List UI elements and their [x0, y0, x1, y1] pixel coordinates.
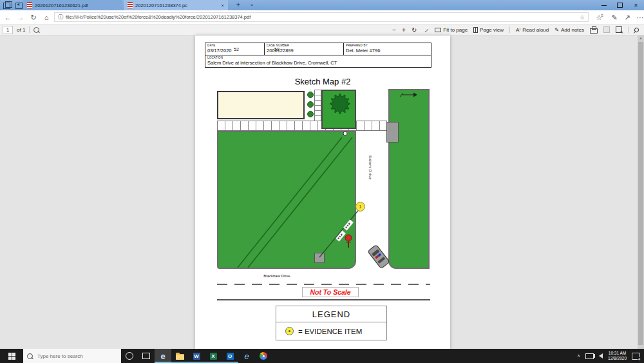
- cortana-button[interactable]: [121, 349, 138, 363]
- building-number-52: 52: [234, 47, 239, 52]
- evidence-item-icon: [285, 327, 294, 335]
- blackhaw-drive-label: Blackhaw Drive: [251, 274, 303, 278]
- bush-icon: [308, 92, 314, 98]
- taskbar-app-file-explorer[interactable]: [171, 349, 188, 363]
- taskbar-app-ie[interactable]: e: [238, 349, 255, 363]
- address-bar-row: ← → ↻ ⌂ ⓘ file:///H:/Police%20use%20of%2…: [0, 10, 644, 25]
- minimize-button[interactable]: [596, 0, 612, 10]
- page-view-icon: [473, 27, 478, 33]
- word-icon: W: [193, 353, 200, 360]
- taskbar-app-word[interactable]: W: [188, 349, 205, 363]
- taskbar-app-excel[interactable]: X: [205, 349, 222, 363]
- more-menu-icon[interactable]: ⋯: [634, 10, 644, 25]
- read-aloud-button[interactable]: A⁾ Read aloud: [516, 27, 549, 33]
- page-number-input[interactable]: 1: [3, 26, 13, 34]
- tab-dropdown-icon[interactable]: ⌄: [247, 1, 256, 10]
- close-button[interactable]: ×: [628, 0, 644, 10]
- fullscreen-icon[interactable]: ↔: [421, 25, 431, 35]
- url-bar[interactable]: ⓘ file:///H:/Police%20use%20of%20force&%…: [54, 12, 589, 22]
- evidence-item-marker: 1: [355, 202, 365, 211]
- not-to-scale-box: Not To Scale: [302, 287, 359, 297]
- hub-favorites-icon[interactable]: ☆≡: [594, 10, 607, 25]
- refresh-icon[interactable]: ↻: [27, 10, 40, 25]
- annotate-icon[interactable]: ✎: [608, 10, 621, 25]
- legend-box: LEGEND = EVIDENCE ITEM: [276, 306, 387, 340]
- save-as-icon[interactable]: [616, 26, 622, 33]
- taskbar-app-edge[interactable]: e: [155, 349, 171, 363]
- notification-icon[interactable]: 4: [632, 353, 640, 360]
- pin-toolbar-icon[interactable]: [634, 26, 640, 33]
- prepared-by-cell: PREPARED BY Det. Meier #796: [344, 43, 431, 55]
- scrollbar[interactable]: ▲: [638, 35, 644, 349]
- case-header-table: DATE 03/17/2020 CASE NUMBER 2000122899 P…: [205, 43, 431, 68]
- police-car-icon: [368, 244, 390, 268]
- divider: [29, 26, 30, 33]
- scrollbar-thumb[interactable]: [638, 42, 643, 345]
- read-aloud-icon: A⁾: [516, 27, 520, 33]
- map-title: Sketch Map #2: [195, 77, 450, 86]
- fit-to-page-button[interactable]: Fit to page: [435, 27, 468, 33]
- search-input[interactable]: [36, 353, 109, 360]
- share-icon[interactable]: ↗: [621, 10, 634, 25]
- tabs-set-aside-icon[interactable]: [3, 3, 10, 9]
- search-document-icon[interactable]: [33, 27, 39, 33]
- tab-title: 20201207161238374.pc: [135, 3, 187, 8]
- tab-inactive[interactable]: 20201207161230621.pdf: [23, 0, 122, 10]
- cortana-icon: [126, 352, 133, 360]
- driveway-rectangle: [386, 122, 399, 142]
- building-outline: [217, 91, 305, 119]
- taskbar-app-chrome[interactable]: [255, 349, 272, 363]
- fit-to-page-icon: [435, 28, 441, 32]
- excel-icon: X: [210, 353, 217, 360]
- outlook-icon: O: [227, 353, 234, 360]
- start-button[interactable]: [0, 349, 23, 363]
- clock[interactable]: 10:31 AM 12/8/2020: [608, 351, 627, 362]
- url-text: file:///H:/Police%20use%20of%20force&%20…: [66, 14, 251, 20]
- page-count-label: of 1: [17, 27, 25, 33]
- maximize-button[interactable]: [612, 0, 628, 10]
- close-tab-icon[interactable]: ×: [221, 3, 224, 8]
- taskbar-app-outlook[interactable]: O: [222, 349, 238, 363]
- forward-icon[interactable]: →: [14, 10, 27, 25]
- reference-square: [314, 253, 325, 263]
- road-centerline: [217, 284, 430, 285]
- east-grass-strip: [388, 89, 430, 269]
- favorite-star-icon[interactable]: ☆: [580, 14, 585, 21]
- site-info-icon[interactable]: ⓘ: [58, 14, 63, 21]
- road-edge-line: [217, 299, 430, 300]
- title-bar: 20201207161230621.pdf 20201207161238374.…: [0, 0, 644, 10]
- zoom-out-icon[interactable]: −: [392, 26, 396, 34]
- back-icon[interactable]: ←: [1, 10, 14, 25]
- legend-title: LEGEND: [276, 306, 386, 322]
- add-notes-icon: ✎: [554, 27, 559, 33]
- pdf-content-area: DATE 03/17/2020 CASE NUMBER 2000122899 P…: [0, 35, 644, 349]
- bush-icon: [308, 102, 314, 108]
- screen: 20201207161230621.pdf 20201207161238374.…: [0, 0, 644, 363]
- taskbar: e W X O e ∧ 10:31 AM 12/8/2020 4: [0, 349, 644, 363]
- tray-expand-icon[interactable]: ∧: [577, 353, 580, 358]
- chrome-icon: [260, 352, 267, 360]
- edge-icon: e: [160, 351, 165, 361]
- tree-plot: [321, 90, 356, 129]
- tray-date: 12/8/2020: [608, 356, 627, 361]
- page-view-button[interactable]: Page view: [473, 27, 504, 33]
- zoom-in-icon[interactable]: +: [402, 26, 406, 34]
- windows-logo-icon: [8, 353, 15, 360]
- print-icon[interactable]: [590, 28, 598, 34]
- task-view-button[interactable]: [138, 349, 155, 363]
- tab-active[interactable]: 20201207161238374.pc ×: [124, 0, 228, 10]
- home-icon[interactable]: ⌂: [40, 10, 53, 25]
- notification-badge: 4: [638, 357, 641, 361]
- bush-icon: [308, 112, 314, 117]
- volume-icon[interactable]: [599, 353, 603, 358]
- set-tabs-aside-icon[interactable]: [15, 3, 23, 9]
- add-notes-button[interactable]: ✎ Add notes: [554, 27, 584, 33]
- save-icon[interactable]: [603, 26, 610, 33]
- new-tab-button[interactable]: +: [233, 1, 243, 10]
- rotate-icon[interactable]: ↻: [412, 26, 417, 34]
- sidewalk-grid: [217, 121, 387, 131]
- scroll-up-icon[interactable]: ▲: [638, 36, 644, 40]
- taskbar-search[interactable]: [23, 349, 121, 363]
- divider: [628, 26, 629, 33]
- tray-time: 10:31 AM: [608, 351, 627, 356]
